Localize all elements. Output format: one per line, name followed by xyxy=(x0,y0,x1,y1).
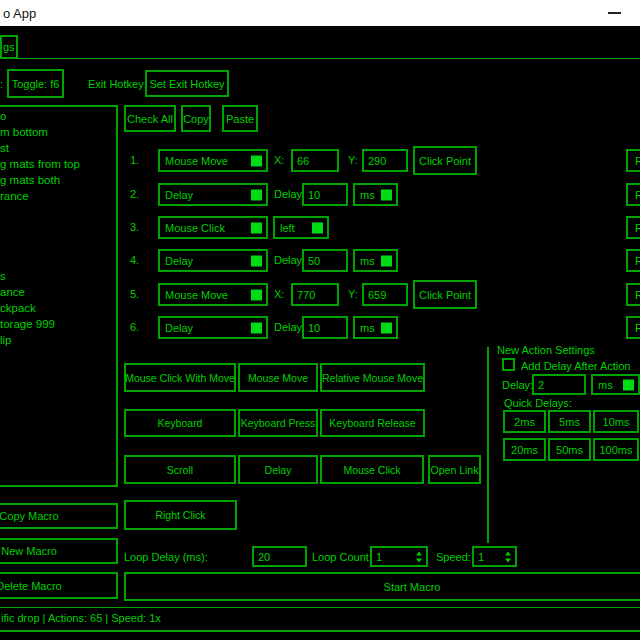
quick-delay-button[interactable]: 2ms xyxy=(503,410,546,433)
action-type-dropdown[interactable]: Mouse Move xyxy=(158,283,268,306)
click-point-button[interactable]: Click Point xyxy=(413,280,477,309)
dropdown-indicator-icon xyxy=(251,222,262,233)
macro-list-item[interactable] xyxy=(0,236,116,252)
palette-button[interactable]: Right Click xyxy=(124,500,237,530)
delay-label: Delay: xyxy=(502,379,533,392)
macro-list-item[interactable]: g mats both xyxy=(0,172,116,188)
delay-label: Delay xyxy=(274,254,302,267)
remove-action-button[interactable]: R xyxy=(626,316,640,339)
action-number: 2. xyxy=(130,188,139,201)
action-type-dropdown[interactable]: Delay xyxy=(158,183,268,206)
add-delay-label: Add Delay After Action xyxy=(521,360,630,373)
paste-button[interactable]: Paste xyxy=(222,105,258,132)
remove-action-button[interactable]: R xyxy=(626,183,640,206)
palette-button[interactable]: Mouse Click xyxy=(320,455,424,484)
statusbar-top-divider xyxy=(0,607,640,608)
delay-unit-dropdown[interactable]: ms xyxy=(353,316,398,339)
copy-button[interactable]: Copy xyxy=(181,105,211,132)
copy-macro-button[interactable]: Copy Macro xyxy=(0,503,118,529)
new-macro-button[interactable]: New Macro xyxy=(0,538,118,564)
palette-button[interactable]: Mouse Click With Move xyxy=(124,363,236,392)
stepper-arrows-icon[interactable] xyxy=(416,551,422,562)
macro-list-item[interactable]: o xyxy=(0,108,116,124)
macro-list-item[interactable]: ance xyxy=(0,284,116,300)
quick-delay-button[interactable]: 20ms xyxy=(503,438,546,461)
palette-button[interactable]: Relative Mouse Move xyxy=(320,363,425,392)
dropdown-indicator-icon xyxy=(251,189,262,200)
stepper-arrows-icon[interactable] xyxy=(505,551,511,562)
macro-list-item[interactable] xyxy=(0,220,116,236)
macro-list-item[interactable]: torage 999 xyxy=(0,316,116,332)
delay-unit-dropdown[interactable]: ms xyxy=(353,183,398,206)
remove-action-button[interactable]: R xyxy=(626,149,640,172)
y-input[interactable]: 290 xyxy=(362,149,408,172)
macro-list-item[interactable]: m bottom xyxy=(0,124,116,140)
speed-label: Speed: xyxy=(436,551,471,564)
action-type-dropdown[interactable]: Mouse Click xyxy=(158,216,268,239)
delay-input[interactable]: 2 xyxy=(532,374,586,395)
macro-list-item[interactable] xyxy=(0,252,116,268)
minimize-button[interactable] xyxy=(596,0,632,26)
action-type-value: Mouse Move xyxy=(165,155,228,167)
mouse-button-dropdown[interactable]: left xyxy=(273,216,329,239)
mouse-button-value: left xyxy=(280,222,295,234)
exit-hotkey-label: Exit Hotkey: xyxy=(88,78,147,91)
action-type-dropdown[interactable]: Delay xyxy=(158,316,268,339)
loop-delay-input[interactable]: 20 xyxy=(252,546,307,567)
remove-action-button[interactable]: R xyxy=(626,283,640,306)
minimize-icon xyxy=(608,12,621,14)
app-window: o App gs : Toggle: f6 Exit Hotkey: Set E… xyxy=(0,0,640,640)
click-point-button[interactable]: Click Point xyxy=(413,146,477,175)
macro-list-item[interactable]: rance xyxy=(0,188,116,204)
action-type-dropdown[interactable]: Delay xyxy=(158,249,268,272)
palette-button[interactable]: Open Link xyxy=(428,455,481,484)
remove-action-button[interactable]: R xyxy=(626,249,640,272)
check-all-button[interactable]: Check All xyxy=(124,105,176,132)
delay-label: Delay xyxy=(274,188,302,201)
palette-button[interactable]: Keyboard Press xyxy=(238,409,318,437)
remove-action-button[interactable]: R xyxy=(626,216,640,239)
macro-list-item[interactable]: s xyxy=(0,268,116,284)
action-type-dropdown[interactable]: Mouse Move xyxy=(158,149,268,172)
action-row: 3.Mouse ClickleftR xyxy=(124,216,640,239)
delay-input[interactable]: 10 xyxy=(302,316,348,339)
macro-list-item[interactable]: lip xyxy=(0,332,116,348)
dropdown-indicator-icon xyxy=(251,255,262,266)
toggle-hotkey-button[interactable]: Toggle: f6 xyxy=(7,69,64,98)
quick-delay-button[interactable]: 50ms xyxy=(548,438,591,461)
dropdown-indicator-icon xyxy=(251,155,262,166)
start-macro-button[interactable]: Start Macro xyxy=(124,572,640,601)
quick-delay-button[interactable]: 5ms xyxy=(548,410,591,433)
delay-input[interactable]: 10 xyxy=(302,183,348,206)
macro-list-item[interactable]: st xyxy=(0,140,116,156)
delay-unit-value: ms xyxy=(598,379,613,391)
loop-count-label: Loop Count: xyxy=(312,551,372,564)
palette-button[interactable]: Keyboard Release xyxy=(320,409,425,437)
x-input[interactable]: 66 xyxy=(291,149,339,172)
quick-delay-button[interactable]: 10ms xyxy=(593,410,639,433)
quick-delays-label: Quick Delays: xyxy=(504,397,572,410)
tab-settings[interactable]: gs xyxy=(0,35,18,59)
speed-stepper[interactable]: 1 xyxy=(472,546,517,567)
palette-button[interactable]: Delay xyxy=(238,455,318,484)
quick-delay-button[interactable]: 100ms xyxy=(593,438,639,461)
delay-unit-dropdown[interactable]: ms xyxy=(591,374,640,395)
macro-list-item[interactable]: ckpack xyxy=(0,300,116,316)
action-row: 2.DelayDelay10msR xyxy=(124,183,640,206)
palette-button[interactable]: Scroll xyxy=(124,455,236,484)
palette-button[interactable]: Keyboard xyxy=(124,409,236,437)
y-label: Y: xyxy=(348,154,358,167)
set-exit-hotkey-button[interactable]: Set Exit Hotkey xyxy=(145,70,229,97)
loop-count-stepper[interactable]: 1 xyxy=(370,546,428,567)
macro-list-item[interactable] xyxy=(0,204,116,220)
delete-macro-button[interactable]: Delete Macro xyxy=(0,572,118,599)
macro-list-item[interactable]: g mats from top xyxy=(0,156,116,172)
add-delay-checkbox[interactable] xyxy=(502,358,515,371)
delay-input[interactable]: 50 xyxy=(302,249,348,272)
macro-list[interactable]: om bottomstg mats from topg mats bothran… xyxy=(0,105,118,487)
x-input[interactable]: 770 xyxy=(291,283,339,306)
palette-button[interactable]: Mouse Move xyxy=(238,363,318,392)
delay-unit-dropdown[interactable]: ms xyxy=(353,249,398,272)
statusbar-text: ific drop | Actions: 65 | Speed: 1x xyxy=(1,612,161,625)
y-input[interactable]: 659 xyxy=(362,283,408,306)
